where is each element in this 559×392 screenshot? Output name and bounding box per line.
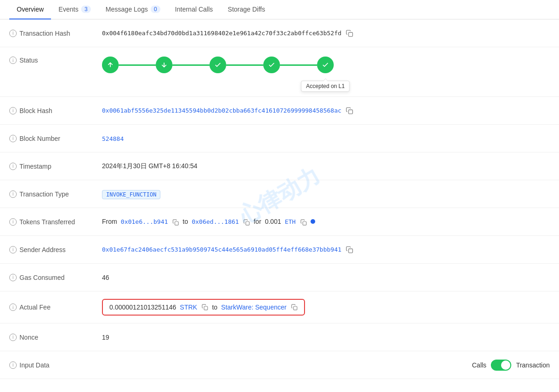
sender-address-label: i Sender Address — [9, 246, 102, 253]
svg-rect-1 — [349, 110, 353, 114]
svg-rect-5 — [349, 249, 353, 253]
from-address-copy-icon[interactable] — [172, 219, 179, 226]
actual-fee-box: 0.00000121013251146 STRK to StarkWare: S… — [102, 299, 305, 316]
tab-internal-calls[interactable]: Internal Calls — [168, 0, 221, 19]
transaction-hash-info-icon: i — [9, 30, 17, 37]
pipeline-circle-2 — [156, 57, 172, 73]
from-label: From — [102, 218, 117, 225]
transaction-hash-row: i Transaction Hash 0x004f6180eafc34bd70d… — [0, 19, 559, 47]
tab-overview-label: Overview — [17, 6, 44, 13]
status-pipeline: Accepted on L1 — [102, 57, 550, 73]
input-data-controls: Calls Transaction — [472, 360, 550, 371]
tabs-bar: Overview Events 3 Message Logs 0 Interna… — [0, 0, 559, 19]
actual-fee-row: i Actual Fee 0.00000121013251146 STRK to… — [0, 291, 559, 323]
nonce-text: 19 — [102, 334, 109, 341]
svg-rect-2 — [175, 221, 178, 225]
block-number-value: 524884 — [102, 135, 550, 142]
tab-events[interactable]: Events 3 — [51, 0, 98, 19]
sender-address-text[interactable]: 0x01e67fac2406aecfc531a9b9509745c44e565a… — [102, 246, 342, 253]
block-hash-label: i Block Hash — [9, 107, 102, 114]
strk-copy-icon[interactable] — [202, 304, 208, 310]
sender-address-value: 0x01e67fac2406aecfc531a9b9509745c44e565a… — [102, 246, 550, 253]
pipeline-line-3 — [226, 64, 263, 66]
nonce-info-icon: i — [9, 334, 17, 341]
token-icon — [311, 219, 315, 224]
for-label: for — [254, 218, 261, 225]
block-hash-copy-icon[interactable] — [346, 107, 353, 114]
tab-message-logs[interactable]: Message Logs 0 — [98, 0, 168, 19]
svg-rect-7 — [293, 306, 297, 310]
pipeline-line-4 — [280, 64, 317, 66]
pipeline-step-3 — [210, 57, 226, 73]
tab-events-label: Events — [58, 6, 78, 13]
transfer-copy-icon[interactable] — [300, 219, 307, 226]
nonce-label: i Nonce — [9, 334, 102, 341]
message-logs-badge: 0 — [151, 6, 160, 13]
transfer-amount: 0.001 — [265, 218, 281, 225]
tab-overview[interactable]: Overview — [9, 0, 51, 19]
toggle-knob — [501, 360, 510, 370]
gas-consumed-text: 46 — [102, 274, 109, 281]
tab-internal-calls-label: Internal Calls — [175, 6, 213, 13]
timestamp-value: 2024年1月30日 GMT+8 16:40:54 — [102, 162, 550, 171]
input-data-label: i Input Data — [9, 361, 102, 369]
to-address-copy-icon[interactable] — [243, 219, 250, 226]
pipeline-line-1 — [119, 64, 156, 66]
transaction-hash-label: i Transaction Hash — [9, 30, 102, 37]
transaction-type-badge: INVOKE_FUNCTION — [102, 190, 160, 199]
actual-fee-token[interactable]: STRK — [180, 303, 197, 311]
transaction-type-row: i Transaction Type INVOKE_FUNCTION — [0, 180, 559, 208]
tab-storage-diffs[interactable]: Storage Diffs — [220, 0, 273, 19]
to-label: to — [183, 218, 188, 225]
svg-rect-6 — [204, 306, 208, 310]
tokens-transferred-info-icon: i — [9, 218, 17, 226]
transaction-type-value: INVOKE_FUNCTION — [102, 190, 550, 198]
transaction-label: Transaction — [516, 361, 550, 369]
tab-message-logs-label: Message Logs — [106, 6, 148, 13]
gas-consumed-label: i Gas Consumed — [9, 274, 102, 281]
to-address[interactable]: 0x06ed...1861 — [192, 218, 239, 225]
pipeline-tooltip: Accepted on L1 — [301, 81, 349, 92]
status-label: i Status — [9, 57, 102, 64]
block-hash-text[interactable]: 0x0061abf5556e325de11345594bb0d2b02cbba6… — [102, 107, 342, 114]
transaction-hash-text: 0x004f6180eafc34bd70d0bd1a311698402e1e96… — [102, 30, 342, 37]
actual-fee-label: i Actual Fee — [9, 303, 102, 311]
pipeline-circle-1 — [102, 57, 119, 73]
input-data-toggle[interactable] — [491, 360, 511, 371]
timestamp-text: 2024年1月30日 GMT+8 16:40:54 — [102, 162, 197, 170]
block-hash-value: 0x0061abf5556e325de11345594bb0d2b02cbba6… — [102, 107, 550, 114]
block-hash-row: i Block Hash 0x0061abf5556e325de11345594… — [0, 97, 559, 125]
transfer-token[interactable]: ETH — [285, 218, 295, 225]
pipeline-step-1 — [102, 57, 119, 73]
status-row: i Status — [0, 47, 559, 97]
sender-address-copy-icon[interactable] — [346, 246, 353, 253]
overview-content: i Transaction Hash 0x004f6180eafc34bd70d… — [0, 19, 559, 379]
tokens-transferred-row: i Tokens Transferred From 0x01e6...b941 … — [0, 208, 559, 236]
tab-storage-diffs-label: Storage Diffs — [228, 6, 265, 13]
tokens-transferred-label: i Tokens Transferred — [9, 218, 102, 226]
transaction-type-label: i Transaction Type — [9, 190, 102, 198]
timestamp-info-icon: i — [9, 163, 17, 170]
calls-label: Calls — [472, 361, 486, 369]
sender-address-info-icon: i — [9, 246, 17, 253]
block-number-info-icon: i — [9, 135, 17, 142]
block-number-row: i Block Number 524884 — [0, 125, 559, 152]
nonce-value: 19 — [102, 334, 550, 341]
from-address[interactable]: 0x01e6...b941 — [121, 218, 168, 225]
recipient-copy-icon[interactable] — [291, 304, 298, 310]
svg-rect-3 — [246, 221, 250, 225]
events-badge: 3 — [81, 6, 91, 13]
pipeline-step-2 — [156, 57, 172, 73]
gas-consumed-value: 46 — [102, 274, 550, 281]
tokens-transferred-value: From 0x01e6...b941 to 0x06ed...1861 for … — [102, 218, 550, 225]
timestamp-row: i Timestamp 2024年1月30日 GMT+8 16:40:54 — [0, 152, 559, 180]
status-value: Accepted on L1 — [102, 57, 550, 73]
actual-fee-recipient[interactable]: StarkWare: Sequencer — [221, 303, 286, 311]
pipeline-line-2 — [172, 64, 210, 66]
block-number-label: i Block Number — [9, 135, 102, 142]
status-info-icon: i — [9, 57, 17, 64]
actual-fee-info-icon: i — [9, 303, 17, 311]
transaction-hash-copy-icon[interactable] — [346, 30, 353, 37]
block-number-text[interactable]: 524884 — [102, 135, 124, 142]
transaction-hash-value: 0x004f6180eafc34bd70d0bd1a311698402e1e96… — [102, 29, 550, 37]
